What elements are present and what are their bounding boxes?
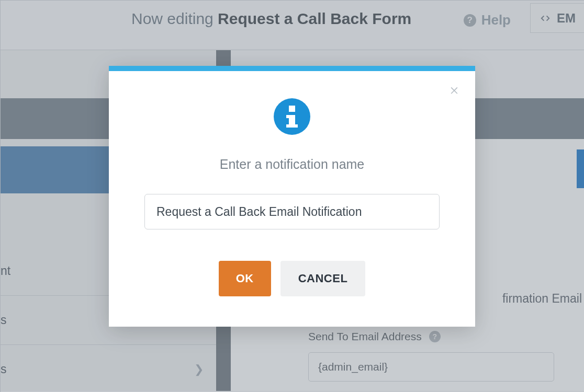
- cancel-button[interactable]: CANCEL: [280, 261, 366, 296]
- notification-name-input[interactable]: [144, 194, 440, 229]
- close-button[interactable]: [448, 84, 461, 96]
- modal-overlay: Enter a notification name OK CANCEL: [0, 0, 584, 392]
- info-icon: [274, 98, 310, 135]
- close-icon: [449, 85, 459, 95]
- modal-actions: OK CANCEL: [144, 261, 440, 296]
- notification-name-modal: Enter a notification name OK CANCEL: [109, 66, 475, 327]
- ok-button[interactable]: OK: [219, 261, 271, 296]
- modal-prompt: Enter a notification name: [144, 157, 440, 172]
